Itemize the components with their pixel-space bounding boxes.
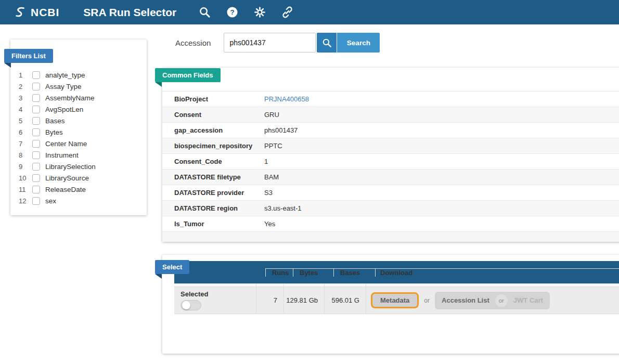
field-name: Consent_Code — [174, 158, 264, 165]
filter-checkbox[interactable] — [32, 186, 40, 193]
filter-item: 1 analyte_type — [10, 69, 147, 81]
filter-item: 9 LibrarySelection — [10, 161, 147, 172]
field-value: s3.us-east-1 — [264, 204, 302, 212]
filter-label: Bases — [45, 117, 65, 125]
field-name: Consent — [174, 111, 264, 119]
filter-checkbox[interactable] — [32, 151, 40, 159]
ribbon-fold — [155, 82, 162, 87]
select-table: Runs Bytes Bases Download Total 969 9.33… — [174, 261, 619, 314]
filter-item: 6 Bytes — [10, 126, 147, 138]
filter-checkbox[interactable] — [32, 106, 40, 113]
field-row: BioProject PRJNA400658 — [162, 92, 619, 107]
filter-number: 10 — [19, 174, 32, 182]
accession-search-bar: Accession Search — [175, 33, 380, 53]
filter-checkbox[interactable] — [32, 140, 40, 148]
selected-row: Selected 7 129.81 Gb 596.01 G Metadata o… — [174, 287, 619, 314]
filter-item: 5 Bases — [10, 115, 147, 126]
filters-ribbon: Filters List — [4, 49, 53, 63]
filter-number: 2 — [19, 83, 32, 90]
jwt-cart-button[interactable]: JWT Cart — [513, 296, 543, 304]
filter-number: 1 — [19, 71, 32, 79]
field-name: DATASTORE region — [174, 204, 264, 212]
filter-label: Bytes — [45, 128, 63, 136]
field-value: 1 — [264, 158, 268, 165]
filter-checkbox[interactable] — [32, 83, 40, 90]
link-icon[interactable] — [281, 6, 293, 19]
field-row: Is_Tumor Yes — [162, 216, 619, 232]
settings-icon[interactable] — [253, 6, 266, 19]
field-row: Consent_Code 1 — [162, 154, 619, 170]
filter-label: LibrarySource — [45, 174, 89, 182]
filter-label: ReleaseDate — [45, 186, 86, 193]
accession-list-button-selected[interactable]: Accession List — [442, 296, 489, 304]
ribbon-fold — [4, 63, 11, 68]
toggle-knob — [182, 301, 190, 309]
bioproject-link[interactable]: PRJNA400658 — [264, 95, 309, 103]
ribbon-fold — [155, 274, 162, 279]
field-value: S3 — [264, 189, 273, 197]
ncbi-home-link[interactable]: NCBI — [14, 6, 59, 19]
field-name: gap_accession — [174, 126, 264, 134]
select-ribbon: Select — [155, 260, 189, 274]
field-row-clipped — [162, 232, 619, 242]
filter-checkbox[interactable] — [32, 71, 40, 79]
selected-toggle[interactable] — [180, 300, 201, 310]
filter-item: 8 Instrument — [10, 149, 147, 161]
filter-number: 3 — [19, 94, 32, 102]
filter-number: 7 — [19, 140, 32, 148]
filter-checkbox[interactable] — [32, 163, 40, 171]
selected-bases-value: 596.01 G — [324, 287, 366, 314]
column-header-bases: Bases — [333, 268, 375, 277]
app-header: NCBI SRA Run Selector ? — [0, 0, 619, 24]
accession-label: Accession — [175, 38, 211, 47]
filter-label: Instrument — [45, 151, 79, 159]
selected-download-cell: Metadata or Accession List or JWT Cart — [366, 287, 619, 314]
filter-checkbox[interactable] — [32, 128, 40, 136]
app-title: SRA Run Selector — [83, 6, 176, 19]
field-value: PPTC — [264, 142, 282, 150]
filter-label: AvgSpotLen — [45, 106, 83, 113]
filter-item: 3 AssemblyName — [10, 92, 147, 103]
filter-number: 6 — [19, 128, 32, 136]
selected-runs-value: 7 — [256, 287, 283, 314]
select-header-row: Runs Bytes Bases Download — [174, 261, 619, 284]
filter-checkbox[interactable] — [32, 117, 40, 125]
field-name: DATASTORE filetype — [174, 173, 264, 181]
filter-label: Center Name — [45, 140, 87, 148]
column-header-bytes: Bytes — [293, 268, 333, 277]
filter-checkbox[interactable] — [32, 197, 40, 205]
field-name: biospecimen_repository — [174, 142, 264, 150]
filter-number: 9 — [19, 163, 32, 171]
common-fields-ribbon: Common Fields — [155, 68, 221, 82]
fields-table: BioProject PRJNA400658 Consent GRU gap_a… — [162, 91, 619, 242]
field-name: BioProject — [174, 95, 264, 103]
filter-label: analyte_type — [45, 71, 85, 79]
selected-bytes-value: 129.81 Gb — [283, 287, 324, 314]
filter-checkbox[interactable] — [32, 174, 40, 182]
search-icon-button[interactable] — [317, 33, 337, 53]
select-card: Select Runs Bytes Bases Download Total 9… — [162, 255, 619, 354]
search-button[interactable]: Search — [337, 33, 380, 53]
field-row: gap_accession phs001437 — [162, 123, 619, 138]
metadata-button-selected[interactable]: Metadata — [371, 292, 419, 308]
search-icon[interactable] — [198, 6, 211, 19]
filter-item: 10 LibrarySource — [10, 172, 147, 184]
column-header-download: Download — [375, 268, 619, 277]
or-label: or — [495, 294, 508, 307]
field-row: biospecimen_repository PPTC — [162, 138, 619, 154]
filter-number: 11 — [19, 186, 32, 193]
field-value: GRU — [264, 111, 279, 119]
filter-checkbox[interactable] — [32, 94, 40, 102]
help-icon[interactable]: ? — [226, 6, 238, 19]
accession-input[interactable] — [224, 33, 316, 53]
magnifier-icon — [322, 38, 332, 48]
filter-item: 11 ReleaseDate — [10, 184, 147, 195]
filter-label: AssemblyName — [45, 94, 95, 102]
field-value: phs001437 — [264, 126, 298, 134]
filter-item: 2 Assay Type — [10, 81, 147, 92]
filter-label: Assay Type — [45, 83, 82, 90]
column-header-runs: Runs — [265, 268, 293, 277]
field-name: Is_Tumor — [174, 220, 264, 228]
field-value: BAM — [264, 173, 279, 181]
selected-download-group: Accession List or JWT Cart — [435, 292, 550, 309]
